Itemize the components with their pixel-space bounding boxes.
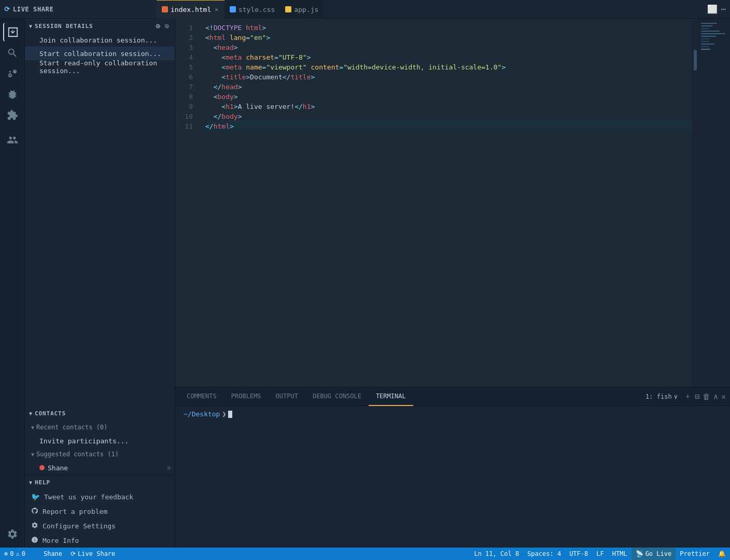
eol-item[interactable]: LF bbox=[592, 548, 608, 560]
session-details-header[interactable]: ▼ SESSION DETAILS ⊕ ⎋ bbox=[25, 19, 175, 33]
prompt-symbol: ❯ bbox=[222, 410, 226, 418]
tab-style-css-label: style.css bbox=[238, 6, 275, 13]
external-link-icon[interactable]: ⎋ bbox=[164, 21, 171, 31]
live-share-status-item[interactable]: ⟳ Live Share bbox=[66, 548, 119, 560]
notifications-item[interactable]: 🔔 bbox=[714, 548, 730, 560]
prettier-item[interactable]: Prettier bbox=[676, 548, 714, 560]
join-session-item[interactable]: Join collaboration session... bbox=[25, 33, 175, 47]
tab-terminal[interactable]: TERMINAL bbox=[369, 387, 413, 406]
suggested-contacts-header[interactable]: ▼ Suggested contacts (1) bbox=[25, 447, 175, 461]
recent-contacts-header[interactable]: ▼ Recent contacts (0) bbox=[25, 421, 175, 434]
github-icon bbox=[31, 507, 38, 516]
tab-problems-label: PROBLEMS bbox=[231, 393, 261, 400]
start-session-item[interactable]: Start collaboration session... bbox=[25, 47, 175, 60]
more-info-item[interactable]: More Info bbox=[25, 533, 175, 548]
live-share-activity-icon[interactable] bbox=[3, 23, 22, 41]
close-terminal-icon[interactable]: ✕ bbox=[721, 392, 726, 401]
tab-app-js[interactable]: app.js bbox=[280, 0, 324, 19]
minimap-line bbox=[701, 25, 713, 26]
prettier-label: Prettier bbox=[680, 550, 710, 557]
terminal-tab-bar: COMMENTS PROBLEMS OUTPUT DEBUG CONSOLE T… bbox=[175, 387, 730, 406]
code-line-11: </html> bbox=[205, 121, 692, 131]
spaces-label: Spaces: 4 bbox=[527, 550, 561, 557]
help-section: ▼ HELP 🐦 Tweet us your feedback Report a… bbox=[25, 474, 175, 548]
tweet-feedback-item[interactable]: 🐦 Tweet us your feedback bbox=[25, 489, 175, 504]
live-share-title: LIVE SHARE bbox=[13, 6, 53, 13]
go-live-icon: 📡 bbox=[636, 550, 643, 557]
tab-terminal-label: TERMINAL bbox=[376, 393, 406, 400]
tab-close-button[interactable]: ✕ bbox=[214, 6, 219, 13]
recent-contacts-label: Recent contacts (0) bbox=[36, 424, 107, 431]
code-content[interactable]: <!DOCTYPE html> <html lang="en"> <head> … bbox=[201, 19, 692, 387]
tab-comments[interactable]: COMMENTS bbox=[179, 387, 224, 406]
code-line-5: <meta name="viewport" content="width=dev… bbox=[205, 62, 692, 72]
minimap-line bbox=[701, 38, 709, 39]
maximize-terminal-icon[interactable]: ∧ bbox=[713, 392, 718, 401]
contacts-title: CONTACTS bbox=[35, 410, 66, 417]
start-session-label: Start collaboration session... bbox=[39, 50, 161, 58]
minimap-line bbox=[701, 31, 720, 32]
scrollbar-thumb[interactable] bbox=[694, 50, 697, 71]
bell-icon: 🔔 bbox=[718, 550, 726, 557]
minimap-line bbox=[701, 36, 716, 37]
spaces-item[interactable]: Spaces: 4 bbox=[523, 548, 565, 560]
session-chevron-icon: ▼ bbox=[29, 23, 33, 29]
suggested-chevron-icon: ▼ bbox=[31, 452, 34, 457]
session-details-title: SESSION DETAILS bbox=[35, 23, 93, 30]
tab-index-html[interactable]: index.html ✕ bbox=[157, 0, 224, 19]
search-activity-icon[interactable] bbox=[3, 44, 22, 62]
user-status-item[interactable]: 👤 Shane bbox=[30, 548, 66, 560]
line-col-item[interactable]: Ln 11, Col 8 bbox=[470, 548, 523, 560]
code-editor[interactable]: 1 2 3 4 5 6 7 8 9 10 11 <!DOCTYPE html> … bbox=[175, 19, 730, 387]
live-share-header: ⟳ LIVE SHARE bbox=[4, 5, 155, 13]
configure-settings-item[interactable]: Configure Settings bbox=[25, 519, 175, 533]
trash-terminal-icon[interactable]: 🗑 bbox=[703, 392, 710, 401]
code-line-7: </head> bbox=[205, 82, 692, 92]
terminal-dropdown-label: 1: fish bbox=[645, 393, 672, 400]
editor-area: 1 2 3 4 5 6 7 8 9 10 11 <!DOCTYPE html> … bbox=[175, 19, 730, 548]
tab-comments-label: COMMENTS bbox=[187, 393, 217, 400]
suggested-contacts-label: Suggested contacts (1) bbox=[36, 451, 119, 458]
add-terminal-icon[interactable]: ＋ bbox=[684, 391, 692, 401]
contact-shane-item[interactable]: Shane ⎋ bbox=[25, 461, 175, 474]
settings-activity-icon[interactable] bbox=[3, 525, 22, 543]
contact-external-icon[interactable]: ⎋ bbox=[167, 465, 171, 471]
js-file-icon bbox=[285, 6, 291, 12]
twitter-icon: 🐦 bbox=[31, 493, 40, 501]
liveshare-sidebar-icon[interactable] bbox=[3, 131, 22, 149]
debug-activity-icon[interactable] bbox=[3, 85, 22, 104]
tab-output[interactable]: OUTPUT bbox=[269, 387, 305, 406]
editor-scrollbar[interactable] bbox=[692, 19, 699, 387]
split-terminal-icon[interactable]: ⊟ bbox=[695, 392, 699, 401]
errors-warnings-item[interactable]: ⊗ 0 ⚠ 0 bbox=[0, 548, 30, 560]
eol-label: LF bbox=[596, 550, 603, 557]
extensions-activity-icon[interactable] bbox=[3, 106, 22, 124]
split-editor-icon[interactable]: ⬜ bbox=[707, 4, 718, 14]
encoding-item[interactable]: UTF-8 bbox=[565, 548, 592, 560]
more-actions-icon[interactable]: ⋯ bbox=[721, 4, 726, 14]
tab-problems[interactable]: PROBLEMS bbox=[224, 387, 269, 406]
add-session-icon[interactable]: ⊕ bbox=[155, 21, 161, 31]
status-bar: ⊗ 0 ⚠ 0 👤 Shane ⟳ Live Share Ln 11, Col … bbox=[0, 548, 730, 560]
language-item[interactable]: HTML bbox=[608, 548, 631, 560]
tab-style-css[interactable]: style.css bbox=[224, 0, 280, 19]
contact-shane-label: Shane bbox=[48, 464, 68, 472]
go-live-label: Go Live bbox=[645, 550, 672, 557]
contacts-chevron-icon: ▼ bbox=[29, 411, 33, 416]
dropdown-chevron-icon: ∨ bbox=[674, 393, 678, 400]
go-live-item[interactable]: 📡 Go Live bbox=[631, 548, 676, 560]
activity-bar bbox=[0, 19, 25, 548]
contacts-header[interactable]: ▼ CONTACTS bbox=[25, 406, 175, 421]
code-line-6: <title>Document</title> bbox=[205, 72, 692, 82]
warning-icon: ⚠ bbox=[16, 550, 19, 557]
start-readonly-session-item[interactable]: Start read-only collaboration session... bbox=[25, 60, 175, 74]
status-bar-left: ⊗ 0 ⚠ 0 👤 Shane ⟳ Live Share bbox=[0, 548, 119, 560]
tab-debug-console[interactable]: DEBUG CONSOLE bbox=[305, 387, 369, 406]
contacts-recent: ▼ Recent contacts (0) Invite participant… bbox=[25, 421, 175, 447]
source-control-activity-icon[interactable] bbox=[3, 64, 22, 83]
report-problem-item[interactable]: Report a problem bbox=[25, 504, 175, 519]
terminal-dropdown[interactable]: 1: fish ∨ bbox=[642, 392, 681, 401]
help-header[interactable]: ▼ HELP bbox=[25, 475, 175, 489]
terminal-body[interactable]: ~/Desktop ❯ bbox=[175, 406, 730, 548]
invite-participants-item[interactable]: Invite participants... bbox=[25, 434, 175, 447]
